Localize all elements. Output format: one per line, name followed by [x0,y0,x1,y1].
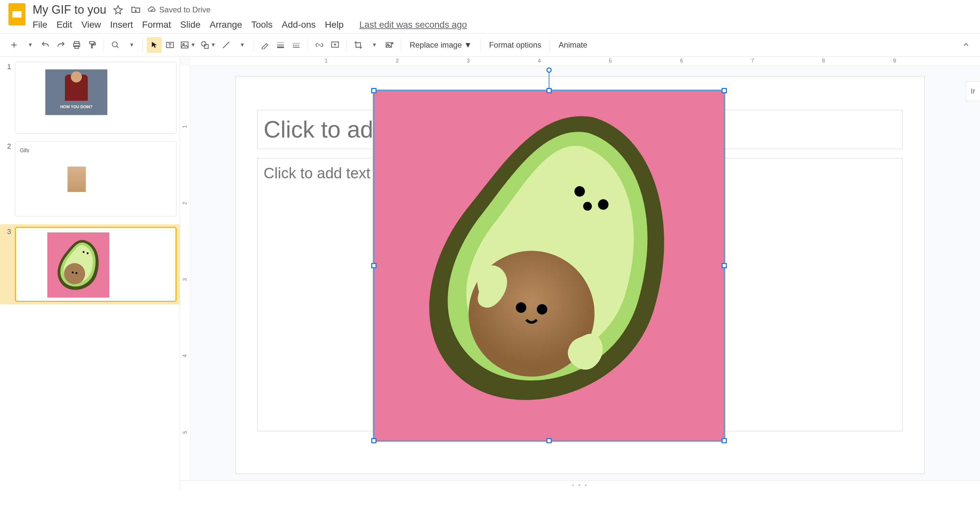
svg-rect-9 [205,44,208,49]
line-tool-button[interactable] [219,37,234,53]
svg-point-14 [83,251,84,253]
border-weight-button[interactable] [273,37,288,53]
thumb1-image: HOW YOU DOIN? [45,70,107,115]
menu-insert[interactable]: Insert [110,19,133,30]
slide-thumbnail-3[interactable]: 3 [0,224,180,304]
slide-thumbnail-1[interactable]: 1 HOW YOU DOIN? [3,62,177,134]
crop-dropdown[interactable]: ▼ [366,37,381,53]
menu-addons[interactable]: Add-ons [282,19,316,30]
doc-title[interactable]: My GIF to you [33,3,107,17]
toolbar-separator [401,38,401,52]
menu-arrange[interactable]: Arrange [210,19,242,30]
zoom-dropdown[interactable]: ▼ [124,37,138,53]
menu-tools[interactable]: Tools [251,19,272,30]
resize-handle-tr[interactable] [722,88,727,93]
thumb-number: 1 [3,62,11,134]
main-area: 1 HOW YOU DOIN? 2 Gifs 3 [0,57,980,490]
thumb-number: 3 [3,227,11,302]
thumb2-label: Gifs [20,147,29,154]
print-button[interactable] [69,37,84,53]
thumb2-image [68,166,86,192]
slide-thumbnail-2[interactable]: 2 Gifs [3,141,177,216]
collapse-toolbar-button[interactable] [958,37,974,53]
toolbar: ▼ ▼ ▼ ▼ ▼ [0,33,980,57]
resize-handle-t[interactable] [546,88,552,93]
toolbar-separator [347,38,347,52]
svg-rect-6 [181,42,188,48]
svg-rect-3 [90,42,94,44]
undo-button[interactable] [38,37,53,53]
toolbar-separator [253,38,253,52]
drag-handle-icon[interactable]: • • • [572,482,588,489]
menu-format[interactable]: Format [142,19,171,30]
paint-format-button[interactable] [85,37,100,53]
svg-point-15 [87,252,89,254]
resize-handle-br[interactable] [722,438,727,443]
format-options-button[interactable]: Format options [484,40,546,49]
svg-point-23 [537,304,547,315]
horizontal-ruler: 1 2 3 4 5 6 7 8 9 [191,57,980,66]
svg-point-4 [112,42,117,47]
replace-image-button[interactable]: Replace image ▼ [405,40,477,49]
canvas-area[interactable]: 1 2 3 4 5 6 7 8 9 1 2 3 4 5 Click to add… [180,57,980,490]
link-button[interactable] [312,37,327,53]
resize-handle-b[interactable] [546,438,552,443]
animate-button[interactable]: Animate [554,40,592,49]
menu-edit[interactable]: Edit [56,19,72,30]
last-edit-link[interactable]: Last edit was seconds ago [359,19,467,30]
menu-view[interactable]: View [81,19,101,30]
title-area: My GIF to you Saved to Drive File Edit V… [33,3,975,33]
resize-handle-tl[interactable] [371,88,377,93]
rotate-line [549,70,549,88]
resize-handle-l[interactable] [371,263,377,268]
border-dash-button[interactable] [289,37,304,53]
toolbar-separator [143,38,143,52]
slide-viewport: Click to add Click to add text [235,76,924,474]
crop-button[interactable] [351,37,366,53]
toolbar-separator [480,38,480,52]
shape-tool-button[interactable]: ▼ [198,37,218,53]
svg-point-21 [583,202,592,211]
selected-image[interactable] [373,90,725,442]
save-status-text: Saved to Drive [159,5,210,14]
redo-button[interactable] [54,37,68,53]
svg-point-20 [598,199,608,209]
new-slide-button[interactable] [6,37,22,53]
thumb-number: 2 [3,141,11,216]
menu-file[interactable]: File [33,19,47,30]
rotate-handle[interactable] [546,68,552,73]
resize-handle-bl[interactable] [371,438,377,443]
reset-image-button[interactable] [382,37,397,53]
bottom-bar[interactable]: • • • [180,480,980,490]
textbox-tool-button[interactable] [162,37,177,53]
right-side-panel-tab[interactable]: Ir [966,81,980,101]
svg-point-13 [64,263,85,284]
toolbar-separator [550,38,550,52]
line-dropdown[interactable]: ▼ [234,37,249,53]
toolbar-separator [104,38,104,52]
menubar: File Edit View Insert Format Slide Arran… [33,17,975,33]
new-slide-dropdown[interactable]: ▼ [22,37,37,53]
menu-slide[interactable]: Slide [180,19,200,30]
menu-help[interactable]: Help [325,19,344,30]
image-tool-button[interactable]: ▼ [178,37,198,53]
resize-handle-r[interactable] [722,263,727,268]
svg-point-16 [72,271,74,274]
comment-button[interactable] [328,37,342,53]
border-color-button[interactable] [258,37,272,53]
svg-point-19 [574,186,585,196]
title-row: My GIF to you Saved to Drive [33,3,975,17]
app-logo[interactable] [5,3,29,26]
slides-logo-icon [8,3,25,25]
save-status: Saved to Drive [148,5,210,14]
zoom-button[interactable] [108,37,123,53]
slide-canvas[interactable]: Click to add Click to add text [235,76,924,474]
avocado-illustration [374,91,724,441]
vertical-ruler: 1 2 3 4 5 [180,66,191,490]
svg-point-8 [201,42,206,46]
slide-thumbnail-panel[interactable]: 1 HOW YOU DOIN? 2 Gifs 3 [0,57,180,490]
select-tool-button[interactable] [147,37,162,53]
star-icon[interactable] [112,4,124,16]
move-to-folder-icon[interactable] [130,4,142,16]
thumb3-image [47,232,109,298]
